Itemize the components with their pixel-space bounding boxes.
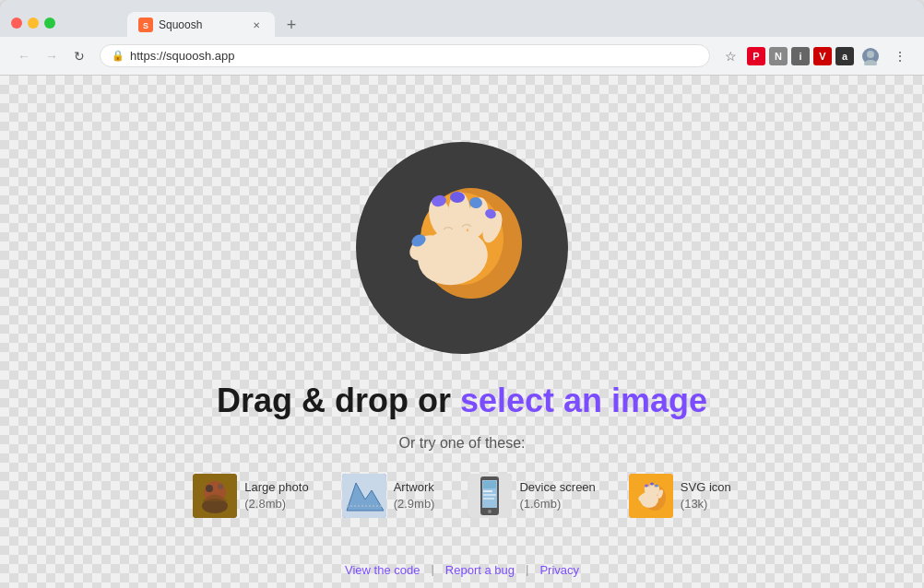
- privacy-link[interactable]: Privacy: [528, 563, 590, 577]
- page-content[interactable]: Drag & drop or select an image Or try on…: [0, 76, 924, 588]
- tab-title: Squoosh: [159, 18, 243, 31]
- large-photo-info: Large photo (2.8mb): [244, 479, 308, 512]
- maximize-button[interactable]: [44, 18, 55, 29]
- lock-icon: 🔒: [112, 50, 124, 62]
- try-text: Or try one of these:: [399, 435, 526, 452]
- svg-rect-31: [483, 490, 492, 492]
- svg-text:S: S: [143, 21, 148, 30]
- browser-window: S Squoosh ✕ + ← → ↻ 🔒 https://squoosh.ap…: [0, 0, 924, 588]
- sample-artwork[interactable]: Artwork (2.9mb): [335, 470, 443, 522]
- footer: View the code | Report a bug | Privacy: [0, 563, 924, 577]
- logo-circle: [356, 142, 568, 354]
- active-tab[interactable]: S Squoosh ✕: [127, 12, 275, 38]
- svg-point-22: [206, 485, 213, 492]
- device-thumbnail: [468, 474, 512, 518]
- select-image-link[interactable]: select an image: [460, 382, 707, 419]
- bookmark-icon[interactable]: ☆: [717, 43, 743, 69]
- profile-icon[interactable]: [858, 43, 883, 69]
- large-photo-size: (2.8mb): [244, 496, 308, 512]
- nav-buttons: ← → ↻: [11, 43, 92, 69]
- sample-large-photo[interactable]: Large photo (2.8mb): [185, 470, 315, 522]
- device-screen-name: Device screen: [519, 479, 595, 496]
- title-bar: S Squoosh ✕ +: [0, 0, 924, 37]
- refresh-button[interactable]: ↻: [66, 43, 92, 69]
- svg-icon-info: SVG icon (13k): [681, 479, 731, 512]
- svg-rect-24: [342, 474, 386, 518]
- new-tab-button[interactable]: +: [278, 12, 304, 38]
- artwork-thumbnail: [342, 474, 386, 518]
- url-text: https://squoosh.app: [130, 49, 234, 63]
- svg-rect-30: [483, 481, 496, 488]
- large-photo-thumbnail: [193, 474, 237, 518]
- svg-point-3: [867, 51, 874, 58]
- tab-favicon: S: [138, 18, 153, 32]
- svg-point-15: [450, 192, 465, 203]
- pinterest-extension[interactable]: P: [747, 47, 765, 65]
- toolbar-extensions: ☆ P N i V a ⋮: [717, 43, 913, 69]
- headline: Drag & drop or select an image: [217, 382, 707, 420]
- tab-close-button[interactable]: ✕: [249, 18, 264, 32]
- svg-point-29: [488, 510, 492, 513]
- sample-images-container: Large photo (2.8mb) Artwork (2.9mb): [185, 470, 739, 522]
- minimize-button[interactable]: [28, 18, 39, 29]
- close-button[interactable]: [11, 18, 22, 29]
- extension-2[interactable]: N: [769, 47, 788, 65]
- extension-3[interactable]: i: [791, 47, 810, 65]
- extension-4[interactable]: V: [813, 47, 832, 65]
- svg-point-23: [218, 484, 223, 489]
- amazon-extension[interactable]: a: [835, 47, 854, 65]
- svg-rect-32: [483, 494, 496, 496]
- svg-thumbnail: [629, 474, 673, 518]
- svg-icon-size: (13k): [681, 496, 731, 512]
- artwork-name: Artwork: [394, 479, 435, 496]
- drag-drop-label: Drag & drop or: [217, 382, 460, 419]
- device-screen-size: (1.6mb): [519, 496, 595, 512]
- url-bar[interactable]: 🔒 https://squoosh.app: [100, 44, 710, 67]
- view-code-link[interactable]: View the code: [334, 563, 431, 577]
- artwork-info: Artwork (2.9mb): [394, 479, 435, 512]
- sample-device-screen[interactable]: Device screen (1.6mb): [460, 470, 602, 522]
- window-controls: [11, 18, 55, 29]
- artwork-size: (2.9mb): [394, 496, 435, 512]
- large-photo-name: Large photo: [244, 479, 308, 496]
- report-bug-link[interactable]: Report a bug: [434, 563, 526, 577]
- address-bar: ← → ↻ 🔒 https://squoosh.app ☆ P N i V a …: [0, 37, 924, 76]
- svg-point-44: [655, 485, 658, 488]
- device-screen-info: Device screen (1.6mb): [519, 479, 595, 512]
- forward-button[interactable]: →: [39, 43, 65, 69]
- tab-bar: S Squoosh ✕ +: [63, 12, 369, 38]
- svg-rect-33: [483, 498, 494, 500]
- svg-point-43: [650, 483, 654, 486]
- back-button[interactable]: ←: [11, 43, 37, 69]
- squoosh-logo: [374, 160, 550, 335]
- menu-icon[interactable]: ⋮: [887, 43, 913, 69]
- svg-icon-name: SVG icon: [681, 479, 731, 496]
- sample-svg-icon[interactable]: SVG icon (13k): [622, 470, 739, 522]
